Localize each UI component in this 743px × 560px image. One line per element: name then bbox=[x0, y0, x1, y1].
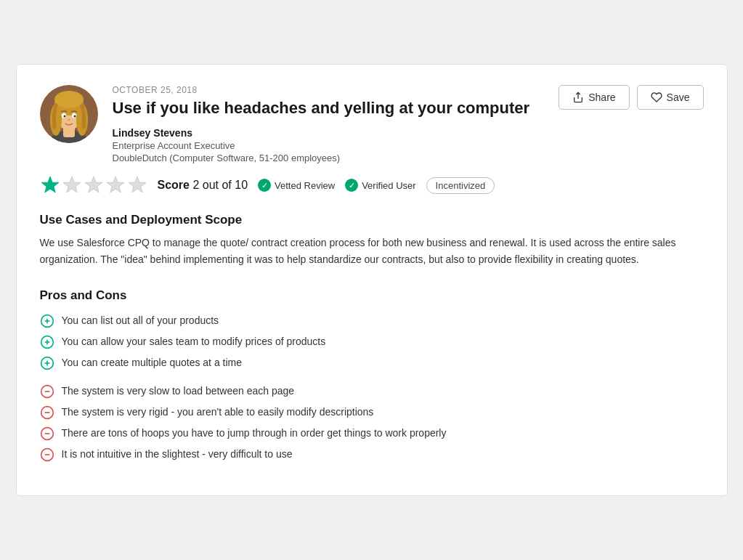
svg-point-11 bbox=[63, 115, 65, 117]
list-item: There are tons of hoops you have to jump… bbox=[40, 426, 704, 441]
vetted-label: Vetted Review bbox=[275, 180, 335, 191]
header-meta: October 25, 2018 Use if you like headach… bbox=[113, 85, 545, 164]
svg-marker-18 bbox=[107, 176, 124, 192]
list-item: The system is very slow to load between … bbox=[40, 384, 704, 399]
svg-marker-15 bbox=[41, 176, 59, 192]
svg-marker-16 bbox=[63, 176, 81, 192]
list-item: It is not intuitive in the slightest - v… bbox=[40, 447, 704, 462]
author-name: Lindsey Stevens bbox=[113, 127, 545, 139]
list-item: You can allow your sales team to modify … bbox=[40, 334, 704, 349]
con-text: The system is very slow to load between … bbox=[62, 384, 295, 399]
star-5 bbox=[127, 175, 147, 195]
verified-check-icon: ✓ bbox=[345, 179, 358, 192]
cons-list: The system is very slow to load between … bbox=[40, 384, 704, 462]
review-card: October 25, 2018 Use if you like headach… bbox=[16, 64, 728, 497]
pro-text: You can allow your sales team to modify … bbox=[62, 334, 326, 349]
pro-text: You can create multiple quotes at a time bbox=[62, 355, 243, 370]
share-icon bbox=[572, 92, 584, 103]
score-label: Score 2 out of 10 bbox=[158, 179, 248, 192]
star-3 bbox=[84, 175, 104, 195]
pro-text: You can list out all of your products bbox=[62, 313, 219, 328]
pro-icon bbox=[40, 356, 54, 370]
con-icon bbox=[40, 405, 54, 420]
con-text: There are tons of hoops you have to jump… bbox=[62, 426, 447, 441]
author-company: DoubleDutch (Computer Software, 51-200 e… bbox=[113, 153, 545, 163]
con-text: It is not intuitive in the slightest - v… bbox=[62, 447, 293, 462]
vetted-check-icon: ✓ bbox=[258, 179, 271, 192]
star-rating bbox=[40, 175, 147, 195]
share-button[interactable]: Share bbox=[559, 85, 629, 110]
verified-label: Verified User bbox=[362, 180, 415, 191]
use-cases-title: Use Cases and Deployment Scope bbox=[40, 213, 704, 227]
avatar bbox=[40, 85, 98, 143]
svg-point-13 bbox=[68, 118, 70, 121]
save-button[interactable]: Save bbox=[637, 85, 704, 110]
con-icon bbox=[40, 426, 54, 441]
svg-marker-19 bbox=[129, 176, 146, 192]
list-item: The system is very rigid - you aren't ab… bbox=[40, 405, 704, 420]
save-label: Save bbox=[667, 92, 690, 103]
svg-point-12 bbox=[73, 115, 76, 117]
svg-point-8 bbox=[54, 91, 84, 108]
star-1 bbox=[40, 175, 60, 195]
star-2 bbox=[62, 175, 82, 195]
con-icon bbox=[40, 447, 54, 462]
list-item: You can list out all of your products bbox=[40, 313, 704, 328]
use-cases-text: We use Salesforce CPQ to manage the quot… bbox=[40, 235, 704, 268]
author-role: Enterprise Account Executive bbox=[113, 140, 545, 151]
pro-icon bbox=[40, 335, 54, 349]
header-top: October 25, 2018 Use if you like headach… bbox=[113, 85, 704, 164]
pro-icon bbox=[40, 314, 54, 328]
verified-badge: ✓ Verified User bbox=[345, 179, 415, 192]
review-date: October 25, 2018 bbox=[113, 85, 545, 95]
vetted-badge: ✓ Vetted Review bbox=[258, 179, 335, 192]
pros-cons-title: Pros and Cons bbox=[40, 288, 704, 303]
svg-marker-17 bbox=[85, 176, 102, 192]
review-title: Use if you like headaches and yelling at… bbox=[113, 98, 545, 119]
star-4 bbox=[105, 175, 126, 195]
heart-icon bbox=[651, 92, 662, 103]
review-header: October 25, 2018 Use if you like headach… bbox=[40, 85, 704, 164]
con-icon bbox=[40, 384, 54, 399]
rating-row: Score 2 out of 10 ✓ Vetted Review ✓ Veri… bbox=[40, 175, 704, 195]
score-value: 2 out of 10 bbox=[192, 179, 248, 191]
pros-list: You can list out all of your products Yo… bbox=[40, 313, 704, 370]
share-label: Share bbox=[588, 92, 615, 103]
header-content: October 25, 2018 Use if you like headach… bbox=[113, 85, 704, 164]
con-text: The system is very rigid - you aren't ab… bbox=[62, 405, 374, 420]
incentivized-badge: Incentivized bbox=[426, 177, 495, 194]
action-buttons: Share Save bbox=[559, 85, 703, 110]
list-item: You can create multiple quotes at a time bbox=[40, 355, 704, 370]
